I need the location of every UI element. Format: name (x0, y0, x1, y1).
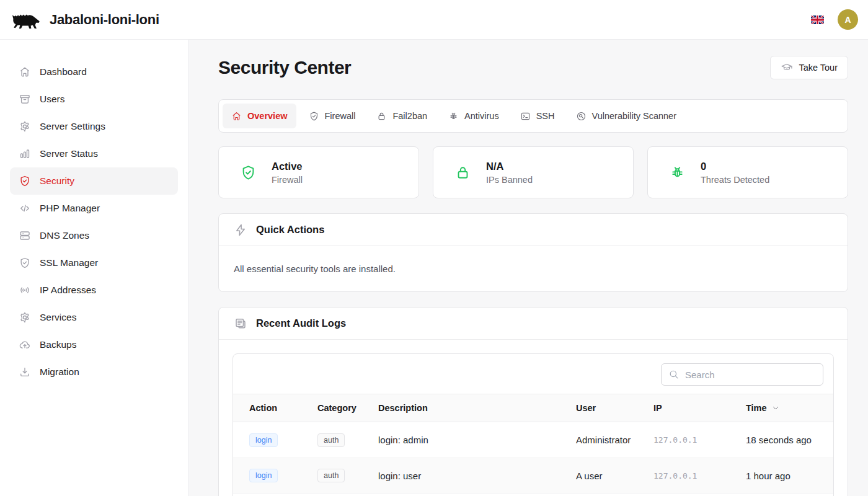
audit-logs-section: Recent Audit Logs Action Category Descri… (218, 307, 848, 496)
stat-label: Firewall (272, 175, 303, 185)
tab-overview[interactable]: Overview (223, 104, 296, 128)
sidebar-item-php-manager[interactable]: PHP Manager (10, 195, 178, 222)
lightning-icon (234, 223, 247, 237)
category-badge: auth (317, 433, 345, 447)
sidebar-item-migration[interactable]: Migration (10, 358, 178, 386)
sidebar-item-label: PHP Manager (40, 203, 100, 214)
tab-label: SSH (536, 111, 555, 121)
archive-box-icon (19, 93, 31, 105)
stat-label: IPs Banned (486, 175, 533, 185)
sidebar-item-label: Services (40, 312, 76, 323)
tab-vulnerability-scanner[interactable]: Vulnerability Scanner (567, 104, 685, 128)
sidebar-item-backups[interactable]: Backups (10, 331, 178, 358)
sidebar-item-users[interactable]: Users (10, 86, 178, 113)
magnifier-circle-icon (576, 111, 587, 122)
user-avatar[interactable]: A (838, 9, 858, 30)
tab-label: Antivirus (464, 111, 499, 121)
tab-label: Firewall (325, 111, 356, 121)
main-content: Security Center Take Tour Overview Firew… (188, 40, 868, 496)
tab-label: Fail2ban (392, 111, 427, 121)
action-badge: login (249, 433, 278, 447)
tab-label: Vulnerability Scanner (592, 111, 676, 121)
language-flag-icon[interactable] (811, 16, 824, 24)
boar-logo-icon (10, 9, 41, 31)
graduation-cap-icon (781, 61, 793, 74)
tab-ssh[interactable]: SSH (512, 104, 564, 128)
quick-actions-message: All essential security tools are install… (219, 246, 848, 291)
cell-description: login: admin (378, 435, 576, 445)
sidebar-item-label: IP Addresses (40, 285, 96, 296)
audit-table-next-row (233, 493, 833, 496)
shield-check-icon (19, 257, 31, 269)
take-tour-button[interactable]: Take Tour (770, 56, 848, 79)
column-header-ip[interactable]: IP (653, 403, 746, 413)
sidebar-item-ip-addresses[interactable]: IP Addresses (10, 277, 178, 304)
audit-table-body: login auth login: admin Administrator 12… (233, 422, 833, 493)
audit-table-card: Action Category Description User IP Time… (232, 353, 834, 496)
shield-check-icon (19, 175, 31, 187)
sidebar-item-label: Dashboard (40, 66, 87, 78)
sidebar-item-dashboard[interactable]: Dashboard (10, 58, 178, 86)
audit-log-row: login auth login: admin Administrator 12… (233, 422, 833, 458)
tab-firewall[interactable]: Firewall (300, 104, 365, 128)
column-header-description[interactable]: Description (378, 403, 576, 413)
audit-table-header: Action Category Description User IP Time (233, 394, 833, 422)
column-header-time[interactable]: Time (746, 403, 817, 413)
bug-icon (448, 111, 459, 122)
stat-label: Threats Detected (701, 175, 769, 185)
audit-log-row: login auth login: user A user 127.0.0.1 … (233, 458, 833, 493)
terminal-icon (520, 111, 531, 122)
chevron-down-icon (771, 403, 781, 413)
page-title: Security Center (218, 57, 351, 78)
sidebar-item-label: Security (40, 175, 74, 187)
tab-fail2ban[interactable]: Fail2ban (368, 104, 436, 128)
sidebar-item-dns-zones[interactable]: DNS Zones (10, 222, 178, 249)
stat-value: N/A (486, 161, 533, 172)
sidebar-item-ssl-manager[interactable]: SSL Manager (10, 249, 178, 277)
search-input[interactable] (685, 370, 816, 380)
cloud-upload-icon (19, 339, 31, 351)
security-tabbar: Overview Firewall Fail2ban Antivirus SSH… (218, 99, 848, 133)
audit-logs-title: Recent Audit Logs (256, 317, 346, 329)
audit-search (661, 363, 823, 386)
app-title: Jabaloni-loni-loni (50, 12, 159, 28)
cell-ip: 127.0.0.1 (653, 435, 746, 445)
cell-time: 18 seconds ago (746, 435, 817, 445)
cell-time: 1 hour ago (746, 471, 817, 481)
column-header-category[interactable]: Category (317, 403, 378, 413)
sidebar-item-label: Users (40, 94, 64, 105)
sidebar-item-label: Migration (40, 366, 79, 378)
sidebar: Dashboard Users Server Settings Server S… (0, 40, 188, 496)
top-header: Jabaloni-loni-loni A (0, 0, 868, 40)
stat-card-firewall: Active Firewall (218, 146, 419, 198)
sidebar-item-security[interactable]: Security (10, 167, 178, 195)
shield-check-icon (240, 164, 257, 181)
sidebar-item-server-status[interactable]: Server Status (10, 140, 178, 167)
gear-icon (19, 120, 31, 133)
tab-label: Overview (247, 111, 288, 121)
clipboard-icon (234, 317, 247, 330)
sidebar-nav: Dashboard Users Server Settings Server S… (0, 58, 188, 386)
sidebar-item-server-settings[interactable]: Server Settings (10, 113, 178, 140)
sidebar-item-services[interactable]: Services (10, 304, 178, 331)
gear-icon (19, 311, 31, 324)
bug-icon (669, 164, 686, 181)
stat-card-threats-detected: 0 Threats Detected (647, 146, 848, 198)
cell-user: Administrator (576, 435, 653, 445)
action-badge: login (249, 469, 278, 482)
home-icon (19, 66, 31, 78)
sidebar-item-label: Server Status (40, 148, 98, 159)
quick-actions-title: Quick Actions (256, 224, 324, 236)
column-header-action[interactable]: Action (249, 403, 317, 413)
broadcast-icon (19, 284, 31, 296)
column-header-user[interactable]: User (576, 403, 653, 413)
sidebar-item-label: SSL Manager (40, 257, 98, 268)
stat-value: Active (272, 161, 303, 172)
lock-icon (454, 164, 471, 181)
sidebar-item-label: Backups (40, 339, 76, 350)
search-icon (668, 369, 680, 380)
tab-antivirus[interactable]: Antivirus (440, 104, 508, 128)
stat-card-ips-banned: N/A IPs Banned (433, 146, 634, 198)
sidebar-item-label: Server Settings (40, 121, 105, 132)
bar-chart-icon (19, 148, 31, 160)
